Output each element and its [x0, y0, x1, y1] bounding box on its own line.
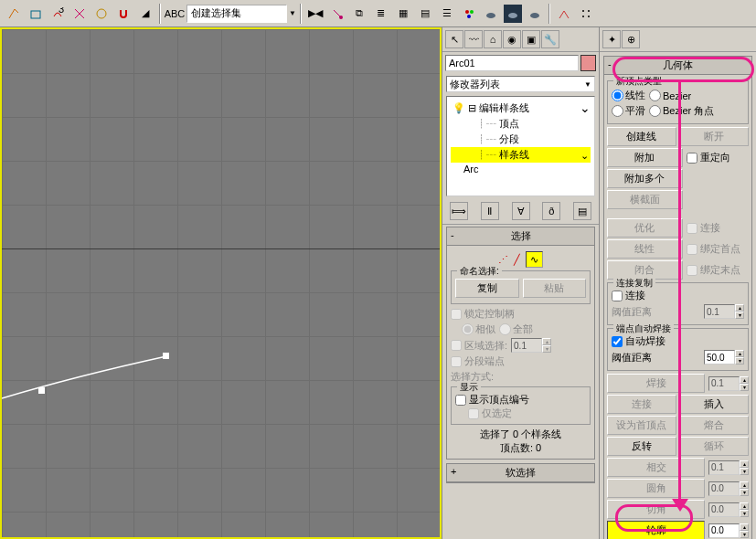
tool-icon[interactable]: ▤ — [415, 4, 435, 24]
utilities-icon[interactable]: 🔧 — [541, 30, 559, 48]
modify-tab-icons: ↖ 〰 ⌂ ◉ ▣ 🔧 — [442, 27, 599, 52]
outline-spinner[interactable]: ▴▾ — [708, 523, 749, 538]
copy-button[interactable]: 复制 — [455, 279, 519, 298]
layers-icon[interactable]: ≣ — [371, 4, 391, 24]
remove-mod-icon[interactable]: ð — [542, 202, 560, 220]
create-line-button[interactable]: 创建线 — [607, 127, 676, 146]
tool-icon[interactable]: ☰ — [437, 4, 457, 24]
chamfer-button: 切角 — [607, 500, 705, 519]
svg-point-13 — [588, 16, 590, 17]
svg-rect-0 — [31, 11, 40, 18]
tool-icon[interactable] — [91, 4, 112, 24]
break-button: 断开 — [680, 127, 750, 146]
tool-icon[interactable] — [459, 4, 479, 24]
fillet-button: 圆角 — [607, 479, 705, 498]
show-result-icon[interactable]: Ⅱ — [481, 202, 499, 220]
bezier-corner-radio[interactable]: Bezier 角点 — [649, 104, 714, 118]
configure-icon[interactable]: ▤ — [573, 202, 591, 220]
reverse-button[interactable]: 反转 — [607, 437, 676, 456]
cross-section-button: 横截面 — [607, 190, 683, 209]
render-icon[interactable] — [525, 4, 545, 24]
create-tab-icon[interactable]: ✦ — [602, 30, 621, 48]
svg-point-9 — [530, 13, 539, 18]
reorient-checkbox[interactable]: 重定向 — [687, 151, 750, 164]
main-toolbar: 3 ◢ ABC 创建选择集 ▼ ▶◀ ⧉ ≣ ▦ ▤ ☰ — [0, 0, 756, 27]
vertex-handle[interactable] — [163, 353, 169, 359]
motion-icon[interactable]: ◉ — [503, 30, 521, 48]
soft-sel-rollout-header[interactable]: +软选择 — [447, 464, 594, 482]
tool-icon[interactable] — [327, 4, 347, 24]
mirror-icon[interactable]: ▶◀ — [305, 4, 325, 24]
object-color-swatch[interactable] — [580, 55, 596, 71]
tool-icon[interactable] — [4, 4, 24, 24]
spline-subobj-icon[interactable]: ∿ — [526, 251, 543, 268]
svg-point-6 — [467, 15, 471, 18]
svg-point-7 — [486, 13, 495, 18]
modify-icon[interactable]: 〰 — [464, 30, 483, 48]
show-vertex-num-checkbox[interactable]: 显示顶点编号 — [455, 393, 586, 407]
display-icon[interactable]: ▣ — [522, 30, 540, 48]
tool-icon[interactable] — [554, 4, 574, 24]
connect-button: 连接 — [607, 395, 676, 414]
outline-button[interactable]: 轮廓 — [607, 521, 705, 539]
render-icon[interactable] — [503, 4, 523, 24]
modifier-stack[interactable]: ⌄ 💡 ⊟ 编辑样条线 ┊┄ 顶点 ┊┄ 分段 ┊┄ 样条线 ⌄ Arc — [446, 96, 595, 196]
select-icon[interactable]: ↖ — [445, 30, 463, 48]
tool-icon[interactable] — [69, 4, 90, 24]
svg-point-4 — [465, 10, 469, 14]
selection-rollout-header[interactable]: -选择 — [447, 227, 594, 246]
geometry-rollout-header[interactable]: -几何体 — [604, 57, 751, 75]
align-icon[interactable]: ⧉ — [349, 4, 369, 24]
svg-point-11 — [588, 10, 590, 12]
command-panel-tabs: ✦ ⊕ — [600, 27, 756, 52]
svg-point-12 — [582, 16, 584, 17]
svg-point-5 — [470, 10, 474, 14]
viewport[interactable] — [0, 27, 442, 539]
tool-icon[interactable] — [26, 4, 46, 24]
tool-icon[interactable]: ▦ — [393, 4, 413, 24]
object-name-input[interactable] — [445, 55, 579, 71]
selection-set-combo[interactable]: 创建选择集 — [186, 5, 287, 23]
attach-mult-button[interactable]: 附加多个 — [607, 169, 683, 188]
magnet-icon[interactable] — [113, 4, 133, 24]
modify-tab-icon[interactable]: ⊕ — [622, 30, 640, 48]
tool-icon[interactable] — [576, 4, 596, 24]
selection-info: 顶点数: 0 — [451, 441, 591, 455]
linear-button: 线性 — [607, 239, 683, 259]
make-first-button: 设为首顶点 — [607, 416, 676, 435]
tool-icon[interactable]: ◢ — [135, 4, 155, 24]
paste-button[interactable]: 粘贴 — [523, 279, 587, 298]
weld-button: 焊接 — [607, 374, 705, 393]
svg-point-3 — [339, 16, 343, 19]
cross-insert-button: 相交 — [607, 458, 705, 477]
bezier-radio[interactable]: Bezier — [649, 90, 691, 101]
svg-point-10 — [582, 10, 584, 12]
make-unique-icon[interactable]: ∀ — [512, 202, 530, 220]
svg-point-8 — [508, 13, 517, 18]
smooth-radio[interactable]: 平滑 — [612, 104, 645, 118]
vertex-subobj-icon[interactable]: ⋰ — [498, 254, 508, 266]
insert-button[interactable]: 插入 — [680, 395, 750, 414]
svg-text:3: 3 — [59, 7, 64, 15]
cursor-icon[interactable]: ABC — [165, 4, 185, 24]
render-icon[interactable] — [481, 4, 501, 24]
cycle-button: 循环 — [680, 437, 750, 456]
svg-point-2 — [97, 9, 106, 18]
fuse-button: 熔合 — [680, 416, 750, 435]
selection-info: 选择了 0 个样条线 — [451, 428, 591, 441]
auto-weld-threshold-spinner[interactable]: ▴▾ — [704, 350, 744, 365]
attach-button[interactable]: 附加 — [607, 148, 683, 167]
linear-radio[interactable]: 线性 — [612, 89, 645, 102]
hierarchy-icon[interactable]: ⌂ — [484, 30, 502, 48]
vertex-handle[interactable] — [38, 387, 45, 394]
tool-icon[interactable]: 3 — [48, 4, 68, 24]
modifier-list-dropdown[interactable]: 修改器列表 — [446, 76, 595, 92]
connect-copy-checkbox[interactable]: 连接 — [612, 289, 744, 302]
segment-subobj-icon[interactable]: ╱ — [514, 254, 520, 266]
optimize-button: 优化 — [607, 218, 683, 238]
lock-handles-checkbox: 锁定控制柄 — [451, 307, 591, 321]
pin-stack-icon[interactable]: ⟾ — [450, 202, 468, 220]
auto-weld-checkbox[interactable]: 自动焊接 — [612, 334, 744, 348]
